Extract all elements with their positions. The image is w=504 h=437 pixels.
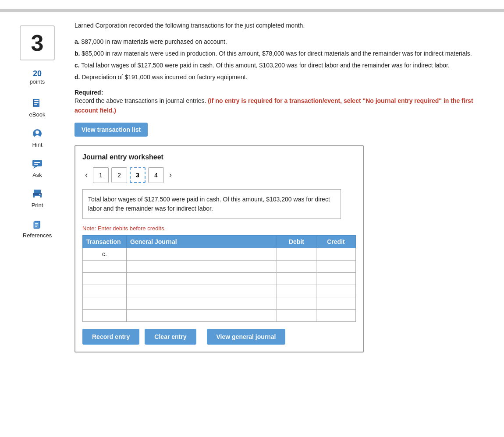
view-transaction-button[interactable]: View transaction list [75,123,148,137]
tab-1-button[interactable]: 1 [93,167,109,183]
transaction-cell: c. [83,248,127,260]
points-value: 20 [30,69,45,78]
sidebar-item-ask[interactable]: Ask [9,154,66,181]
credit-input-cell-3[interactable] [316,272,356,285]
copy-icon [30,217,44,231]
table-header-row: Transaction General Journal Debit Credit [83,235,356,248]
credit-input-4[interactable] [320,287,352,294]
view-general-journal-button[interactable]: View general journal [207,329,286,345]
references-label: References [23,232,52,239]
gj-input-6[interactable] [130,312,273,319]
gj-input-cell[interactable] [127,248,277,260]
svg-point-7 [35,135,40,138]
points-label: points [30,78,45,85]
credit-input-2[interactable] [320,263,352,270]
debit-input-1[interactable] [280,250,312,257]
question-number-box: 3 [20,25,55,60]
credit-input-cell[interactable] [316,248,356,260]
required-label: Required: [75,89,103,96]
action-buttons: Record entry Clear entry View general jo… [82,329,356,345]
hint-label: Hint [32,141,42,148]
gj-input-cell-4[interactable] [127,285,277,297]
svg-rect-3 [34,104,37,105]
debit-input-2[interactable] [280,263,312,270]
debit-input-3[interactable] [280,275,312,282]
sidebar-item-ebook[interactable]: eBook [9,94,66,120]
tab-prev-button[interactable]: ‹ [82,169,90,181]
transaction-cell-6 [83,309,127,321]
transaction-a: a. $87,000 in raw materials were purchas… [75,37,495,46]
credit-input-6[interactable] [320,312,352,319]
svg-rect-12 [34,190,41,193]
svg-rect-10 [34,162,40,163]
ask-label: Ask [32,172,42,178]
gj-input-cell-2[interactable] [127,260,277,272]
gj-input-3[interactable] [130,275,273,282]
debit-input-cell-6[interactable] [277,309,316,321]
hint-icon [30,127,44,141]
chat-icon [30,157,44,171]
gj-input-1[interactable] [130,250,273,257]
debit-input-6[interactable] [280,312,312,319]
tab-next-button[interactable]: › [167,169,174,181]
gj-input-4[interactable] [130,287,273,294]
table-row: c. [83,248,356,260]
transaction-cell-4 [83,285,127,297]
table-row [83,285,356,297]
gj-input-cell-6[interactable] [127,309,277,321]
col-header-gj: General Journal [127,235,277,248]
svg-rect-4 [33,99,34,107]
transaction-cell-2 [83,260,127,272]
debit-input-cell-5[interactable] [277,297,316,309]
credit-input-cell-5[interactable] [316,297,356,309]
debit-input-cell-2[interactable] [277,260,316,272]
svg-rect-19 [35,223,38,224]
credit-input-cell-2[interactable] [316,260,356,272]
svg-rect-8 [32,160,42,166]
sidebar-item-hint[interactable]: Hint [9,124,66,151]
tab-3-button[interactable]: 3 [130,167,146,183]
svg-rect-11 [34,164,38,165]
print-label: Print [32,202,43,208]
gj-input-5[interactable] [130,300,273,307]
debit-input-cell-4[interactable] [277,285,316,297]
sidebar-item-references[interactable]: References [9,215,66,241]
transaction-c: c. Total labor wages of $127,500 were pa… [75,61,495,70]
svg-rect-2 [34,102,39,103]
debit-input-4[interactable] [280,287,312,294]
table-row [83,260,356,272]
ebook-label: eBook [29,111,46,118]
debit-input-cell[interactable] [277,248,316,260]
main-layout: 3 20 points [0,21,504,352]
tab-4-button[interactable]: 4 [148,167,164,183]
worksheet-title: Journal entry worksheet [82,153,356,161]
col-header-credit: Credit [316,235,356,248]
svg-rect-20 [35,225,38,226]
gj-input-cell-5[interactable] [127,297,277,309]
tab-2-button[interactable]: 2 [111,167,127,183]
required-highlight: (If no entry is required for a transacti… [75,97,473,114]
svg-rect-21 [35,226,37,227]
debit-input-5[interactable] [280,300,312,307]
journal-table-body: c. [83,248,356,321]
svg-marker-9 [33,166,37,169]
credit-input-1[interactable] [320,250,352,257]
sidebar-tools: eBook Hint [9,94,66,241]
gj-input-cell-3[interactable] [127,272,277,285]
clear-entry-button[interactable]: Clear entry [145,329,196,345]
debit-input-cell-3[interactable] [277,272,316,285]
credit-input-cell-4[interactable] [316,285,356,297]
credit-input-5[interactable] [320,300,352,307]
svg-rect-14 [35,196,40,198]
gj-input-2[interactable] [130,263,273,270]
record-entry-button[interactable]: Record entry [82,329,139,345]
journal-table: Transaction General Journal Debit Credit… [82,235,356,322]
sidebar-item-print[interactable]: Print [9,184,66,211]
col-header-debit: Debit [277,235,316,248]
credit-input-cell-6[interactable] [316,309,356,321]
svg-point-16 [39,194,41,195]
transaction-cell-5 [83,297,127,309]
top-bar [0,9,504,12]
credit-input-3[interactable] [320,275,352,282]
problem-text: Larned Corporation recorded the followin… [75,21,495,30]
